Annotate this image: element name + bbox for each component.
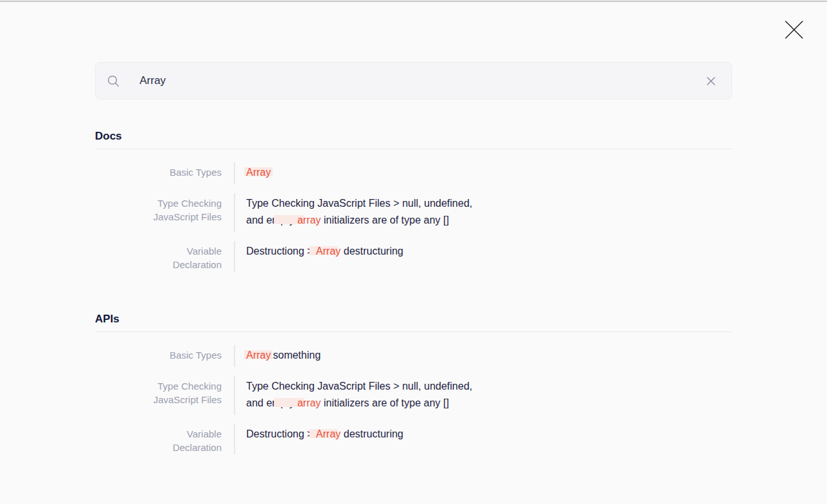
result-text: Array (234, 162, 271, 184)
result-text-part: Type Checking JavaScript Files > null, u… (246, 198, 472, 209)
result-category: Basic Types (95, 162, 234, 184)
result-category-label: Type Checking JavaScript Files (138, 379, 222, 406)
section-title: APIs (95, 313, 732, 332)
highlighted-match: Array (246, 167, 271, 178)
highlighted-match: Array (316, 428, 340, 439)
result-text-part: initializers are of type any [] (321, 397, 449, 408)
close-button[interactable] (780, 16, 808, 43)
highlighted-match: array (297, 215, 320, 226)
result-category: Variable Declaration (95, 424, 234, 454)
result-text-part: Type Checking JavaScript Files > null, u… (246, 381, 472, 392)
result-row[interactable]: Variable Declaration Destructiong > Arra… (95, 424, 732, 454)
result-text-part: destructuring (340, 428, 403, 439)
highlighted-match: Array (246, 350, 270, 361)
result-category: Type Checking JavaScript Files (95, 193, 234, 232)
search-bar (95, 62, 732, 100)
results-section: APIs Basic Types Array.something Type Ch… (95, 313, 732, 454)
result-text-part: initializers are of type any [] (321, 215, 449, 226)
result-row[interactable]: Type Checking JavaScript Files Type Chec… (95, 193, 732, 232)
result-row[interactable]: Basic Types Array.something (95, 345, 732, 367)
result-text: Array.something (234, 345, 320, 367)
result-text-part: Destructiong > (246, 246, 316, 257)
result-category: Type Checking JavaScript Files (95, 376, 234, 415)
result-category-label: Type Checking JavaScript Files (138, 196, 222, 224)
window-top-edge (0, 0, 827, 2)
clear-icon (706, 76, 716, 86)
result-text: Type Checking JavaScript Files > null, u… (234, 376, 472, 415)
results: Docs Basic Types Array Type Checking Jav… (95, 130, 732, 454)
result-text-part: Destructiong > (246, 428, 316, 439)
result-category-label: Basic Types (169, 348, 222, 362)
result-category: Basic Types (95, 345, 234, 367)
section-title: Docs (95, 130, 732, 149)
result-category-label: Variable Declaration (138, 244, 222, 271)
search-icon (107, 74, 120, 88)
result-category-label: Basic Types (169, 165, 222, 179)
result-text: Type Checking JavaScript Files > null, u… (234, 193, 472, 232)
result-category-label: Variable Declaration (138, 427, 222, 454)
clear-search-button[interactable] (703, 73, 718, 89)
result-category: Variable Declaration (95, 241, 234, 271)
results-section: Docs Basic Types Array Type Checking Jav… (95, 130, 732, 271)
result-row[interactable]: Variable Declaration Destructiong > Arra… (95, 241, 732, 271)
result-text: Destructiong > Array destructuring (234, 424, 403, 454)
result-text-part: .something (270, 350, 320, 361)
result-text-part: destructuring (340, 246, 403, 257)
close-icon (784, 19, 804, 40)
result-text: Destructiong > Array destructuring (234, 241, 403, 271)
result-row[interactable]: Type Checking JavaScript Files Type Chec… (95, 376, 732, 415)
highlighted-match: Array (316, 246, 340, 257)
highlighted-match: array (297, 397, 320, 408)
search-modal: Docs Basic Types Array Type Checking Jav… (95, 0, 732, 454)
search-input[interactable] (140, 74, 703, 87)
result-row[interactable]: Basic Types Array (95, 162, 732, 184)
section-rows: Basic Types Array.something Type Checkin… (95, 332, 732, 454)
section-rows: Basic Types Array Type Checking JavaScri… (95, 149, 732, 271)
